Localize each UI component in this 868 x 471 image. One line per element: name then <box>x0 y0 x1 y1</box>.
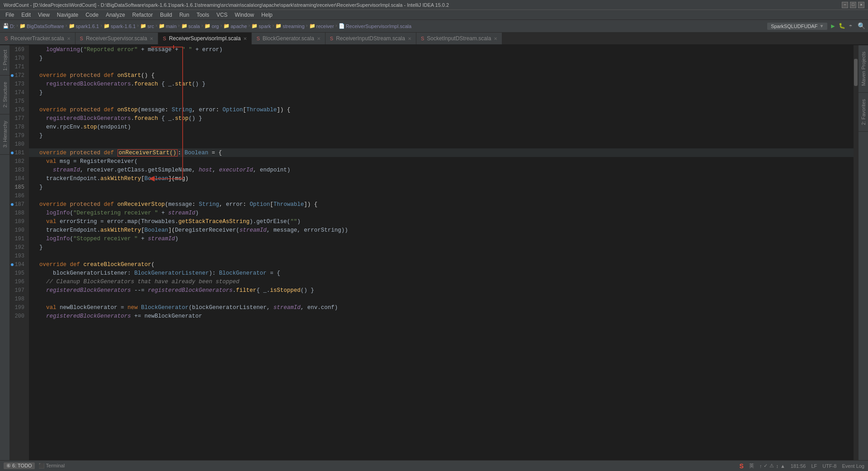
code-line-178: env.rpcEnv.stop(endpoint) <box>29 123 854 131</box>
tab-socket-input-dstream[interactable]: S SocketInputDStream.scala ✕ <box>416 33 502 44</box>
bc-scala-dir[interactable]: 📁 scala <box>181 23 200 29</box>
menu-item-code[interactable]: Code <box>82 11 102 19</box>
tabs-bar: S ReceiverTracker.scala ✕ S ReceiverSupe… <box>0 33 868 45</box>
menu-item-navigate[interactable]: Navigate <box>53 11 82 19</box>
menu-bar: FileEditViewNavigateCodeAnalyzeRefactorB… <box>0 10 868 20</box>
bc-org-label: org <box>212 24 219 29</box>
bc-sep-4: › <box>155 24 158 29</box>
close-button[interactable]: ✕ <box>858 2 864 8</box>
status-icons: ↑ ✓ ⚠ ↕ ▲ <box>760 463 785 469</box>
bc-sep-2: › <box>100 24 103 29</box>
tab-close-0[interactable]: ✕ <box>67 36 71 41</box>
todo-badge[interactable]: ⑥ 6: TODO <box>4 462 35 469</box>
bc-streaming[interactable]: 📁 streaming <box>275 23 304 29</box>
file-icon: 📄 <box>339 23 345 29</box>
menu-item-file[interactable]: File <box>2 11 18 19</box>
code-line-181: override protected def onReceiverStart()… <box>29 148 854 157</box>
tab-close-5[interactable]: ✕ <box>494 36 497 41</box>
bc-apache[interactable]: 📁 apache <box>223 23 247 29</box>
structure-panel-label[interactable]: 2: Structure <box>1 79 9 110</box>
maven-panel-tab[interactable]: Maven Projects <box>859 45 868 93</box>
bc-spark-pkg[interactable]: 📁 spark <box>251 23 271 29</box>
bc-bigdata[interactable]: 📁 BigDataSoftware <box>19 23 64 29</box>
menu-item-build[interactable]: Build <box>156 11 176 19</box>
project-panel-tab[interactable]: 1: Project <box>0 45 9 76</box>
restore-button[interactable]: □ <box>850 2 856 8</box>
favorites-panel-tab[interactable]: 2: Favorites <box>859 93 868 132</box>
tab-close-4[interactable]: ✕ <box>408 36 411 41</box>
bc-org[interactable]: 📁 org <box>204 23 219 29</box>
main-layout: 1: Project 2: Structure 3: Hierarchy 169… <box>0 45 868 460</box>
maven-panel-label[interactable]: Maven Projects <box>860 49 867 89</box>
terminal-label[interactable]: ⬛ Terminal <box>38 463 65 469</box>
status-left: ⑥ 6: TODO ⬛ Terminal <box>4 462 65 469</box>
menu-item-refactor[interactable]: Refactor <box>129 11 156 19</box>
bc-main[interactable]: 📁 main <box>159 23 177 29</box>
minimize-button[interactable]: − <box>842 2 848 8</box>
bc-drive[interactable]: 💾 D: <box>3 23 15 29</box>
line-178: 178 <box>10 123 26 131</box>
bc-spark1[interactable]: 📁 spark1.6.1 <box>69 23 99 29</box>
event-log[interactable]: Event Log <box>842 463 864 469</box>
line-199: 199 <box>10 303 26 312</box>
code-line-171 <box>29 62 854 71</box>
structure-panel-tab[interactable]: 2: Structure <box>0 76 9 114</box>
line-181: 181 <box>10 148 26 157</box>
bc-drive-label: D: <box>10 24 15 29</box>
bc-sep-3: › <box>137 24 139 29</box>
code-area[interactable]: logWarning("Reported error" + message + … <box>29 45 854 460</box>
code-169: logWarning("Reported error" + message + … <box>33 47 222 53</box>
line-179: 179 <box>10 131 26 140</box>
debug-button[interactable]: 🐛 <box>839 23 845 29</box>
search-button[interactable]: 🔍 <box>858 22 865 30</box>
line-196: 196 <box>10 277 26 286</box>
menu-item-run[interactable]: Run <box>176 11 193 19</box>
tab-receiver-input-dstream[interactable]: S ReceiverInputDStream.scala ✕ <box>326 33 416 44</box>
tab-receiver-supervisor-impl[interactable]: S ReceiverSupervisorImpl.scala ✕ <box>158 33 252 44</box>
title-bar: WordCount - [D:\IdeaProjects\WordCount] … <box>0 0 868 10</box>
line-171: 171 <box>10 62 26 71</box>
tab-close-1[interactable]: ✕ <box>150 36 153 41</box>
menu-item-analyze[interactable]: Analyze <box>102 11 129 19</box>
line-173: 173 <box>10 80 26 88</box>
terminal-name: Terminal <box>46 463 65 468</box>
tab-icon-4: S <box>330 36 333 41</box>
menu-item-tools[interactable]: Tools <box>193 11 213 19</box>
menu-item-vcs[interactable]: VCS <box>213 11 231 19</box>
tab-close-2[interactable]: ✕ <box>243 36 247 41</box>
tab-close-3[interactable]: ✕ <box>317 36 321 41</box>
scroll-thumb[interactable] <box>854 59 858 86</box>
left-side-panels: 1: Project 2: Structure 3: Hierarchy <box>0 45 10 460</box>
scrollbar[interactable] <box>854 45 858 460</box>
bc-src[interactable]: 📁 src <box>140 23 154 29</box>
tab-label-4: ReceiverInputDStream.scala <box>336 35 405 42</box>
bc-src-label: src <box>147 24 154 29</box>
git-icon: ↑ <box>760 463 762 469</box>
favorites-panel-label[interactable]: 2: Favorites <box>860 96 867 128</box>
bc-spark2[interactable]: 📁 spark-1.6.1 <box>104 23 136 29</box>
code-line-170: } <box>29 54 854 62</box>
code-line-186 <box>29 191 854 200</box>
hierarchy-panel-tab[interactable]: 3: Hierarchy <box>0 114 9 154</box>
coverage-button[interactable]: ☂ <box>849 23 852 29</box>
bc-receiver[interactable]: 📁 receiver <box>309 23 334 29</box>
tab-icon-3: S <box>256 36 259 41</box>
tab-receiver-tracker[interactable]: S ReceiverTracker.scala ✕ <box>0 33 75 44</box>
menu-item-edit[interactable]: Edit <box>18 11 34 19</box>
tab-block-generator[interactable]: S BlockGenerator.scala ✕ <box>252 33 325 44</box>
run-dropdown-icon[interactable]: ▼ <box>819 24 824 29</box>
line-176: 176 <box>10 105 26 114</box>
code-line-182: val msg = RegisterReceiver( <box>29 157 854 166</box>
line-182: 182 <box>10 157 26 166</box>
menu-item-view[interactable]: View <box>34 11 53 19</box>
code-line-192: } <box>29 243 854 252</box>
bc-sep-10: › <box>306 24 308 29</box>
project-panel-label[interactable]: 1: Project <box>1 47 9 73</box>
run-button[interactable]: ▶ <box>831 22 835 30</box>
hierarchy-panel-label[interactable]: 3: Hierarchy <box>1 118 9 150</box>
menu-item-help[interactable]: Help <box>258 11 276 19</box>
bc-file[interactable]: 📄 ReceiverSupervisorImpl.scala <box>339 23 412 29</box>
run-config[interactable]: SparkSQLUDFUDAF ▼ <box>767 23 827 30</box>
menu-item-window[interactable]: Window <box>231 11 258 19</box>
tab-receiver-supervisor[interactable]: S ReceiverSupervisor.scala ✕ <box>75 33 159 44</box>
